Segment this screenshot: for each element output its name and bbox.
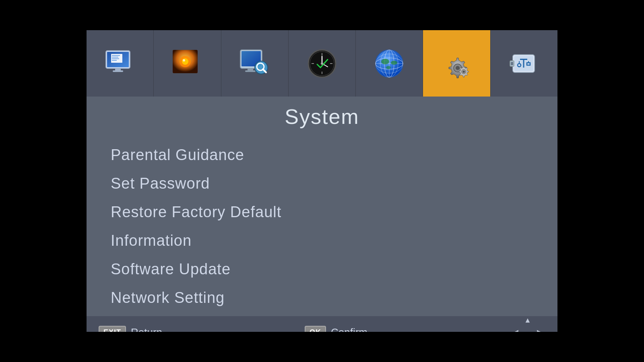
ok-badge: OK [305, 326, 326, 332]
clock-icon [304, 45, 340, 82]
nav-item-tv[interactable] [87, 30, 154, 97]
exit-badge: EXIT [99, 326, 126, 332]
page-title: System [103, 105, 541, 129]
svg-point-44 [462, 70, 465, 73]
nav-item-system[interactable] [423, 30, 490, 97]
ok-control: OK Confirm [305, 326, 367, 332]
menu-item-information[interactable]: Information [111, 226, 541, 255]
content-area: System Parental Guidance Set Password Re… [87, 97, 557, 316]
usb-icon [506, 45, 542, 82]
svg-rect-18 [245, 70, 256, 72]
svg-rect-9 [113, 70, 123, 72]
svg-point-12 [182, 58, 188, 65]
nav-item-usb[interactable] [491, 30, 557, 97]
menu-item-network-setting[interactable]: Network Setting [111, 284, 541, 312]
dpad-right-icon[interactable]: ▶ [534, 327, 545, 332]
nav-item-media[interactable] [154, 30, 221, 97]
svg-point-42 [456, 66, 460, 70]
svg-point-13 [183, 59, 185, 62]
menu-item-set-password[interactable]: Set Password [111, 169, 541, 198]
nav-item-clock[interactable] [289, 30, 356, 97]
svg-point-30 [321, 62, 323, 65]
bottom-bar: EXIT Return OK Confirm ▲ ◀ ▶ ▼ [87, 316, 557, 332]
dpad-control: ▲ ◀ ▶ ▼ [510, 315, 545, 332]
media-icon [169, 45, 205, 82]
exit-label: Return [131, 326, 162, 332]
dpad-left-icon[interactable]: ◀ [510, 327, 521, 332]
menu-list: Parental Guidance Set Password Restore F… [103, 137, 541, 312]
dpad: ▲ ◀ ▶ ▼ [510, 315, 545, 332]
menu-item-parental-guidance[interactable]: Parental Guidance [111, 141, 541, 169]
nav-bar [87, 30, 557, 97]
svg-point-39 [391, 61, 397, 65]
svg-point-38 [381, 59, 389, 64]
menu-item-software-update[interactable]: Software Update [111, 255, 541, 284]
tv-icon [102, 45, 138, 82]
svg-point-40 [386, 66, 391, 69]
nav-item-web[interactable] [356, 30, 423, 97]
svg-rect-17 [248, 68, 253, 70]
ok-label: Confirm [331, 326, 367, 332]
svg-rect-54 [511, 62, 513, 65]
dpad-up-icon[interactable]: ▲ [522, 315, 533, 326]
svg-rect-7 [112, 60, 117, 61]
svg-rect-47 [520, 59, 527, 60]
search-icon [237, 45, 273, 82]
screen: System Parental Guidance Set Password Re… [87, 30, 557, 332]
exit-control: EXIT Return [99, 326, 162, 332]
system-icon [439, 45, 475, 82]
svg-rect-5 [112, 57, 118, 58]
nav-item-search[interactable] [221, 30, 289, 97]
svg-rect-6 [112, 58, 119, 59]
svg-rect-8 [115, 68, 121, 70]
menu-item-restore-factory-default[interactable]: Restore Factory Default [111, 198, 541, 226]
svg-rect-4 [112, 55, 120, 56]
web-icon [371, 45, 407, 82]
